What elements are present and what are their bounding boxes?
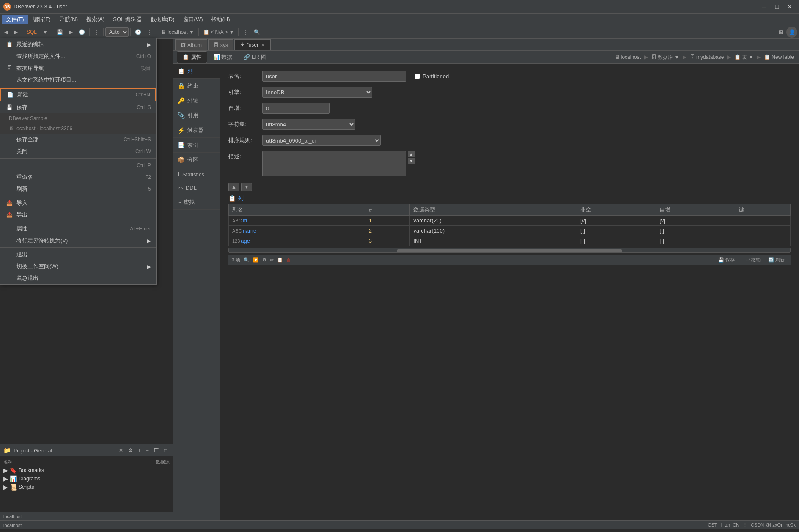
sidenav-refs[interactable]: 📎 引用: [173, 108, 220, 123]
filter-icon-btn[interactable]: 🔽: [253, 257, 259, 263]
charset-select[interactable]: utf8mb4 utf8: [262, 119, 355, 130]
menu-help[interactable]: 帮助(H): [207, 15, 234, 24]
table-row[interactable]: ABCid 1 varchar(20) [v] [v]: [229, 216, 791, 226]
menu-save[interactable]: 💾 保存 Ctrl+S: [0, 101, 156, 113]
sidenav-ddl[interactable]: <> DDL: [173, 181, 220, 195]
bc-database[interactable]: 🗄 数据库 ▼: [650, 53, 681, 61]
project-collapse[interactable]: 🗔: [151, 447, 162, 454]
menu-exit[interactable]: 退出: [0, 249, 156, 261]
menu-convert[interactable]: 将行定界符转换为(V) ▶: [0, 235, 156, 247]
tablename-input[interactable]: [262, 71, 406, 82]
toolbar-search[interactable]: 🔍: [251, 28, 263, 36]
tab-sys[interactable]: 🗄 sys: [208, 39, 233, 50]
tree-diagrams[interactable]: ▶ 📊 Diagrams: [2, 474, 171, 483]
toolbar-avatar[interactable]: 👤: [786, 27, 797, 38]
sub-tab-data[interactable]: 📊 数据: [208, 52, 238, 63]
engine-select[interactable]: InnoDB MyISAM: [262, 87, 372, 98]
menu-new[interactable]: 📄 新建 Ctrl+N: [0, 88, 156, 101]
menu-refresh[interactable]: 刷新 F5: [0, 183, 156, 195]
project-add[interactable]: +: [135, 447, 143, 454]
toolbar-forward[interactable]: ▶: [11, 28, 20, 36]
toolbar-more2[interactable]: ⋮: [145, 28, 155, 36]
menu-window[interactable]: 窗口(W): [179, 15, 207, 24]
menu-switch-workspace[interactable]: 切换工作空间(W) ▶: [0, 261, 156, 272]
menu-db-nav[interactable]: 🗄 数据库导航 项目: [0, 62, 156, 74]
menu-emergency-exit[interactable]: 紧急退出: [0, 272, 156, 284]
autoincrement-input[interactable]: [262, 103, 330, 114]
toolbar-save[interactable]: 💾: [54, 28, 66, 36]
sidenav-constraints[interactable]: 🔒 约束: [173, 79, 220, 93]
menu-db[interactable]: 数据库(D): [146, 15, 179, 24]
bottom-locale-more[interactable]: ⋮: [743, 522, 747, 528]
tab-user-close[interactable]: ✕: [260, 42, 265, 48]
search-icon-btn[interactable]: 🔍: [244, 257, 250, 263]
menu-properties[interactable]: 属性 Alt+Enter: [0, 223, 156, 235]
toolbar-back[interactable]: ◀: [2, 28, 11, 36]
collation-select[interactable]: utf8mb4_0900_ai_ci: [262, 135, 381, 146]
project-remove[interactable]: −: [143, 447, 151, 454]
menu-recent[interactable]: 📋 最近的编辑 ▶: [0, 38, 156, 50]
minimize-button[interactable]: ─: [758, 1, 770, 13]
cancel-status-btn[interactable]: ↩ 撤销: [744, 256, 763, 264]
maximize-button[interactable]: □: [771, 1, 783, 13]
bc-mydatabase[interactable]: 🗄 mydatabase: [688, 54, 725, 60]
project-expand[interactable]: □: [162, 447, 170, 454]
toolbar-clock[interactable]: 🕐: [132, 28, 144, 36]
edit-icon-btn[interactable]: ✏: [270, 257, 274, 263]
scroll-up[interactable]: ▲: [408, 151, 415, 157]
sidenav-foreignkeys[interactable]: 🔑 外键: [173, 93, 220, 108]
sub-tab-properties[interactable]: 📋 属性: [177, 51, 207, 63]
toolbar-more[interactable]: ⋮: [91, 28, 102, 36]
menu-save-all[interactable]: 保存全部 Ctrl+Shift+S: [0, 134, 156, 145]
desc-textarea[interactable]: [262, 151, 406, 176]
delete-icon-btn[interactable]: 🗑: [286, 258, 291, 263]
menu-open-project[interactable]: 从文件系统中打开项目...: [0, 74, 156, 86]
bc-table[interactable]: 📋 表 ▼: [733, 53, 755, 61]
menu-find-file[interactable]: 查找所指定的文件... Ctrl+O: [0, 50, 156, 62]
sub-tab-er[interactable]: 🔗 ER 图: [238, 52, 271, 63]
tab-album[interactable]: 🖼 Album: [175, 39, 207, 50]
sidenav-statistics[interactable]: ℹ Statistics: [173, 167, 220, 181]
nav-up-btn[interactable]: ▲: [228, 183, 239, 191]
menu-close[interactable]: 关闭 Ctrl+W: [0, 145, 156, 157]
menu-nav[interactable]: 导航(N): [55, 15, 82, 24]
menu-export[interactable]: 📤 导出: [0, 209, 156, 221]
project-close[interactable]: ✕: [116, 447, 126, 454]
hscrollbar-thumb[interactable]: [397, 249, 622, 252]
menu-print[interactable]: Ctrl+P: [0, 159, 156, 171]
partitioned-checkbox[interactable]: [415, 74, 420, 79]
save-status-btn[interactable]: 💾 保存...: [716, 256, 741, 264]
scroll-down[interactable]: ▼: [408, 158, 415, 164]
sidenav-partitions[interactable]: 📦 分区: [173, 153, 220, 167]
project-settings[interactable]: ⚙: [126, 447, 135, 454]
toolbar-run[interactable]: ▶: [66, 28, 75, 36]
sidenav-columns[interactable]: 📋 列: [173, 64, 220, 79]
settings-icon-btn[interactable]: ⚙: [262, 257, 266, 263]
tree-scripts[interactable]: ▶ 📜 Scripts: [2, 483, 171, 491]
menu-import[interactable]: 📥 导入: [0, 197, 156, 209]
menu-edit[interactable]: 编辑(E): [28, 15, 55, 24]
auto-dropdown[interactable]: Auto: [105, 27, 129, 37]
toolbar-grid[interactable]: ⊞: [776, 28, 785, 36]
nav-down-btn[interactable]: ▼: [241, 183, 252, 191]
tree-bookmarks[interactable]: ▶ 🔖 Bookmarks: [2, 466, 171, 474]
tab-user[interactable]: 🗄 *user ✕: [234, 39, 271, 50]
menu-rename[interactable]: 重命名 F2: [0, 171, 156, 183]
close-button[interactable]: ✕: [784, 1, 796, 13]
refresh-status-btn[interactable]: 🔄 刷新: [766, 256, 787, 264]
table-row[interactable]: 123age 3 INT [ ] [ ]: [229, 236, 791, 246]
toolbar-host[interactable]: 🖥 localhost ▼: [159, 28, 197, 36]
toolbar-more3[interactable]: ⋮: [240, 28, 250, 36]
bc-localhost[interactable]: 🖥 localhost: [613, 54, 642, 60]
sidenav-virtual[interactable]: ~ 虚拟: [173, 195, 220, 210]
table-row[interactable]: ABCname 2 varchar(100) [ ] [ ]: [229, 226, 791, 236]
sidenav-indexes[interactable]: 📑 索引: [173, 138, 220, 153]
sidenav-triggers[interactable]: ⚡ 触发器: [173, 123, 220, 138]
menu-sql[interactable]: SQL 编辑器: [109, 15, 146, 24]
copy-icon-btn[interactable]: 📋: [277, 257, 283, 263]
menu-search[interactable]: 搜索(A): [82, 15, 109, 24]
toolbar-na[interactable]: 📋 < N/A > ▼: [200, 28, 237, 36]
toolbar-history[interactable]: 🕐: [76, 28, 88, 36]
bc-newtable[interactable]: 📋 NewTable: [762, 54, 796, 60]
toolbar-sql[interactable]: ▼: [40, 28, 50, 36]
